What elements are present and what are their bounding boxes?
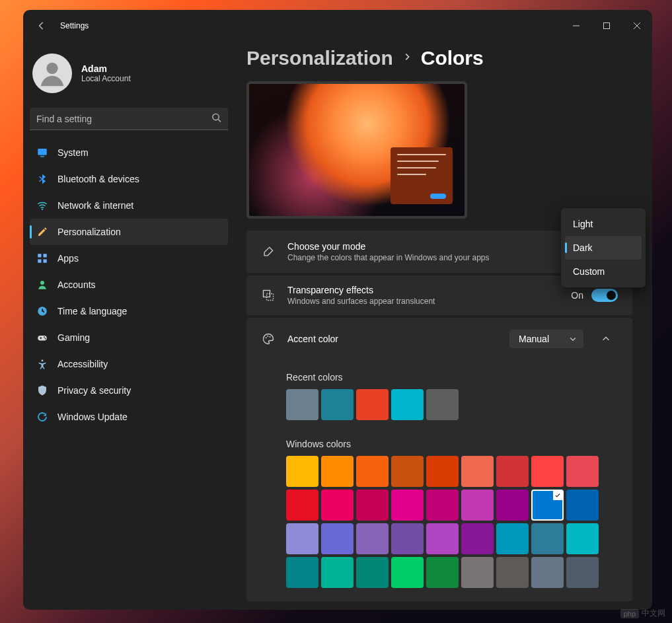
breadcrumb-parent[interactable]: Personalization [246, 47, 393, 69]
color-swatch[interactable] [461, 456, 494, 487]
minimize-button[interactable] [561, 15, 591, 37]
toggle-label: On [571, 290, 583, 301]
sidebar-item-apps[interactable]: Apps [30, 245, 228, 272]
breadcrumb: Personalization Colors [246, 47, 632, 69]
accent-color-card[interactable]: Accent color Manual [246, 318, 632, 360]
sidebar-item-windows-update[interactable]: Windows Update [30, 404, 228, 430]
mode-option-dark[interactable]: Dark [565, 236, 642, 260]
sidebar-item-system[interactable]: System [30, 139, 228, 166]
wifi-icon [36, 200, 48, 211]
sidebar-item-accounts[interactable]: Accounts [30, 272, 228, 298]
gaming-icon [36, 332, 48, 344]
color-swatch[interactable] [566, 490, 599, 521]
user-subtitle: Local Account [81, 74, 131, 83]
color-swatch[interactable] [356, 557, 389, 588]
color-swatch[interactable] [321, 557, 354, 588]
accent-panel: Recent colors Windows colors [246, 360, 632, 601]
color-swatch[interactable] [426, 490, 459, 521]
color-swatch[interactable] [461, 490, 494, 521]
color-swatch[interactable] [391, 490, 424, 521]
transparency-title: Transparency effects [287, 285, 559, 295]
color-swatch[interactable] [496, 490, 529, 521]
color-swatch[interactable] [426, 389, 459, 420]
personalize-icon [36, 226, 48, 238]
color-swatch[interactable] [321, 456, 354, 487]
color-swatch[interactable] [321, 523, 354, 554]
check-icon [553, 491, 562, 500]
color-swatch[interactable] [286, 456, 318, 487]
transparency-toggle[interactable] [591, 289, 618, 302]
color-swatch[interactable] [356, 456, 389, 487]
color-swatch[interactable] [531, 523, 564, 554]
color-swatch[interactable] [426, 523, 459, 554]
color-swatch[interactable] [286, 557, 318, 588]
maximize-button[interactable] [591, 15, 622, 37]
sidebar-item-label: Windows Update [57, 412, 128, 422]
color-swatch[interactable] [461, 523, 494, 554]
search-box[interactable] [30, 108, 228, 130]
search-input[interactable] [30, 108, 228, 130]
mode-option-light[interactable]: Light [565, 212, 642, 236]
accent-expander[interactable] [594, 327, 618, 351]
color-swatch[interactable] [391, 389, 424, 420]
user-name: Adam [81, 63, 131, 74]
watermark-text: 中文网 [642, 608, 665, 619]
color-swatch[interactable] [356, 490, 389, 521]
color-swatch[interactable] [531, 456, 564, 487]
sidebar-item-accessibility[interactable]: Accessibility [30, 351, 228, 377]
color-swatch[interactable] [566, 523, 599, 554]
user-profile[interactable]: Adam Local Account [30, 48, 228, 101]
sidebar-item-gaming[interactable]: Gaming [30, 324, 228, 351]
privacy-icon [36, 385, 48, 396]
color-swatch[interactable] [321, 490, 354, 521]
color-swatch[interactable] [531, 490, 564, 521]
color-swatch[interactable] [391, 456, 424, 487]
color-swatch[interactable] [286, 389, 318, 420]
accent-mode-select[interactable]: Manual [509, 330, 583, 348]
sidebar: Adam Local Account SystemBluetooth & dev… [23, 42, 235, 610]
color-swatch[interactable] [356, 523, 389, 554]
apps-icon [36, 252, 48, 264]
sidebar-item-label: System [57, 147, 89, 158]
system-icon [36, 147, 48, 159]
sidebar-item-time-language[interactable]: Time & language [30, 298, 228, 324]
color-swatch[interactable] [566, 456, 599, 487]
color-swatch[interactable] [426, 557, 459, 588]
windows-colors-grid [286, 456, 599, 588]
maximize-icon [603, 22, 610, 29]
color-swatch[interactable] [356, 389, 389, 420]
recent-colors-label: Recent colors [286, 372, 618, 383]
color-swatch[interactable] [286, 490, 318, 521]
window-title: Settings [60, 21, 89, 30]
recent-colors-row [286, 389, 618, 420]
back-button[interactable] [34, 18, 50, 34]
color-swatch[interactable] [496, 456, 529, 487]
color-swatch[interactable] [496, 523, 529, 554]
sidebar-item-label: Apps [57, 253, 79, 264]
color-swatch[interactable] [531, 557, 564, 588]
mode-dropdown: LightDarkCustom [561, 208, 646, 287]
color-swatch[interactable] [496, 557, 529, 588]
mode-option-custom[interactable]: Custom [565, 260, 642, 283]
sidebar-item-network-internet[interactable]: Network & internet [30, 192, 228, 219]
chevron-down-icon [569, 335, 577, 343]
color-swatch[interactable] [286, 523, 318, 554]
titlebar: Settings [23, 10, 652, 42]
sidebar-item-personalization[interactable]: Personalization [30, 219, 228, 245]
sidebar-item-label: Bluetooth & devices [57, 174, 139, 184]
color-swatch[interactable] [426, 456, 459, 487]
color-swatch[interactable] [391, 523, 424, 554]
sidebar-item-label: Gaming [57, 332, 90, 343]
time-icon [36, 305, 48, 317]
color-swatch[interactable] [391, 557, 424, 588]
transparency-icon [261, 288, 276, 303]
sidebar-item-privacy-security[interactable]: Privacy & security [30, 377, 228, 404]
desktop-preview [246, 81, 467, 219]
close-button[interactable] [622, 15, 652, 37]
sidebar-item-bluetooth-devices[interactable]: Bluetooth & devices [30, 166, 228, 192]
accessibility-icon [36, 358, 48, 370]
color-swatch[interactable] [461, 557, 494, 588]
color-swatch[interactable] [321, 389, 354, 420]
color-swatch[interactable] [566, 557, 599, 588]
bluetooth-icon [36, 173, 48, 185]
